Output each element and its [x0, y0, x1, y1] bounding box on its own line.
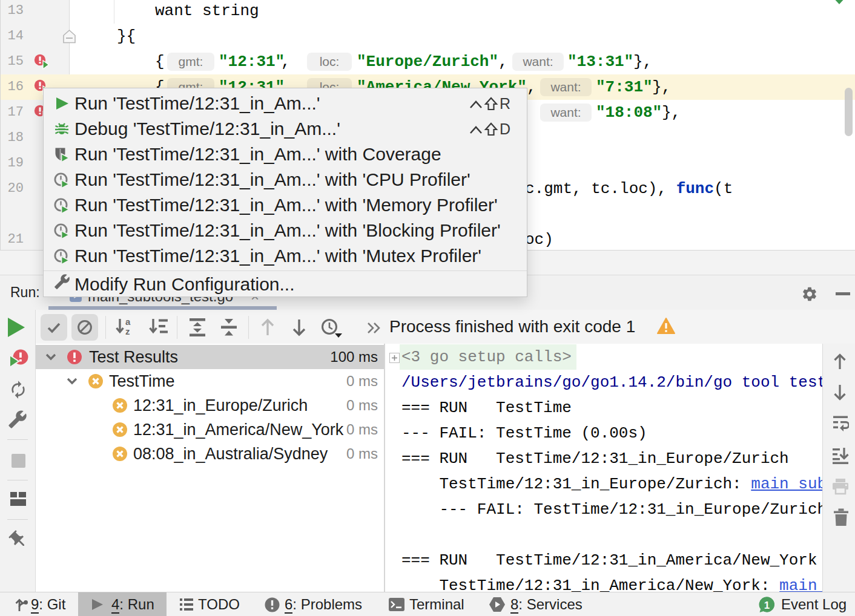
svg-text:1: 1: [764, 600, 770, 611]
svg-text:z: z: [125, 326, 130, 336]
svg-text:a: a: [125, 318, 131, 327]
